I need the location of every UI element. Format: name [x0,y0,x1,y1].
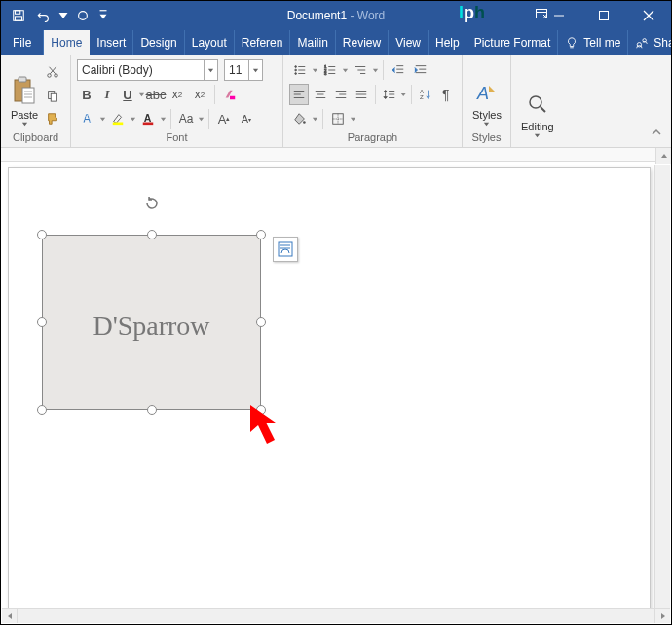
chevron-down-icon[interactable] [160,116,167,123]
editing-button[interactable]: Editing [517,59,558,141]
redo-icon[interactable] [71,4,94,27]
decrease-indent-button[interactable] [388,59,409,81]
horizontal-scrollbar[interactable] [2,608,670,623]
tab-mailings[interactable]: Mailin [290,30,335,55]
text-effects-button[interactable]: A [77,108,98,129]
scroll-right-button[interactable] [654,609,670,623]
tab-review[interactable]: Review [336,30,389,55]
tab-references[interactable]: Referen [235,30,291,55]
layout-options-button[interactable] [273,237,298,262]
resize-handle-se[interactable] [256,405,266,415]
format-painter-button[interactable] [42,108,63,129]
selected-picture[interactable]: D'Sparrow [42,235,261,410]
tell-me-search[interactable]: Tell me [558,30,628,55]
close-button[interactable] [626,1,671,30]
collapse-ribbon-button[interactable] [646,122,667,143]
signature-text: D'Sparrow [93,311,209,342]
tab-design[interactable]: Design [133,30,184,55]
chevron-down-icon[interactable] [342,67,349,74]
tab-help[interactable]: Help [429,30,467,55]
styles-button[interactable]: A Styles [468,59,505,129]
underline-button[interactable]: U [118,84,137,105]
rotate-handle[interactable] [142,194,162,213]
chevron-down-icon[interactable] [130,116,136,123]
show-hide-marks-button[interactable]: ¶ [436,84,456,105]
tab-home[interactable]: Home [44,30,90,55]
save-icon[interactable] [7,4,30,27]
multilevel-list-button[interactable] [350,59,371,81]
chevron-down-icon[interactable] [198,116,205,123]
borders-button[interactable] [327,108,349,129]
grow-font-button[interactable]: A▴ [213,108,235,129]
ribbon-tabs: File Home Insert Design Layout Referen M… [1,30,671,55]
group-paragraph: 123 AZ ¶ [283,55,463,147]
svg-point-34 [295,73,297,75]
maximize-button[interactable] [581,1,626,30]
shrink-font-button[interactable]: A▾ [236,108,257,129]
justify-button[interactable] [352,84,371,105]
ribbon-display-options-icon[interactable] [535,7,548,23]
svg-text:Z: Z [420,93,424,100]
resize-handle-n[interactable] [147,230,157,239]
sort-button[interactable]: AZ [416,84,435,105]
resize-handle-sw[interactable] [37,405,47,415]
chevron-down-icon[interactable] [400,92,406,98]
numbering-button[interactable]: 123 [319,59,341,81]
scroll-up-button[interactable] [655,148,671,164]
window-title: Document1 - Word [287,9,386,22]
chevron-down-icon[interactable] [138,92,145,98]
tab-layout[interactable]: Layout [185,30,235,55]
clear-formatting-button[interactable] [219,84,241,105]
svg-rect-24 [51,93,56,101]
font-size-combo[interactable]: 11 [224,59,263,81]
svg-point-19 [48,74,52,78]
italic-button[interactable]: I [97,84,117,105]
line-spacing-button[interactable] [380,84,399,105]
resize-handle-nw[interactable] [37,230,47,239]
chevron-down-icon[interactable] [248,60,262,80]
cut-button[interactable] [42,61,63,83]
resize-handle-ne[interactable] [256,230,266,239]
chevron-down-icon[interactable] [312,67,318,74]
tab-insert[interactable]: Insert [90,30,133,55]
bold-button[interactable]: B [77,84,96,105]
bullets-button[interactable] [289,59,311,81]
undo-icon[interactable] [32,4,56,27]
align-left-button[interactable] [289,84,309,105]
page[interactable]: D'Sparrow [8,167,651,608]
paste-button[interactable]: Paste [7,59,42,129]
group-styles: A Styles Styles [463,55,511,147]
highlight-button[interactable] [107,108,129,129]
increase-indent-button[interactable] [410,59,431,81]
tab-view[interactable]: View [389,30,429,55]
share-button[interactable]: Share [628,30,672,55]
align-right-button[interactable] [331,84,351,105]
qat-customize-icon[interactable] [96,4,110,27]
tab-picture-format[interactable]: Picture Format [467,30,559,55]
tab-file[interactable]: File [1,30,44,55]
subscript-button[interactable]: x2 [167,84,188,105]
copy-button[interactable] [42,85,63,106]
chevron-down-icon[interactable] [99,116,106,123]
resize-handle-w[interactable] [37,317,47,327]
chevron-down-icon [21,121,28,128]
font-color-button[interactable]: A [137,108,159,129]
shading-button[interactable] [289,108,311,129]
font-name-combo[interactable]: Calibri (Body) [77,59,218,81]
change-case-button[interactable]: Aa [175,108,197,129]
chevron-down-icon[interactable] [372,67,379,74]
chevron-down-icon[interactable] [204,60,217,80]
strikethrough-button[interactable]: abc [146,84,166,105]
svg-point-69 [303,121,306,124]
superscript-button[interactable]: x2 [189,84,210,105]
chevron-down-icon[interactable] [350,116,356,123]
align-center-button[interactable] [310,84,329,105]
document-canvas[interactable]: D'Sparrow [2,165,670,608]
scroll-left-button[interactable] [2,609,18,623]
resize-handle-e[interactable] [256,317,266,327]
signature-image[interactable]: D'Sparrow [42,235,261,410]
undo-dropdown-icon[interactable] [57,4,69,27]
vertical-scrollbar[interactable] [654,165,670,608]
chevron-down-icon[interactable] [312,116,318,123]
resize-handle-s[interactable] [147,405,157,415]
